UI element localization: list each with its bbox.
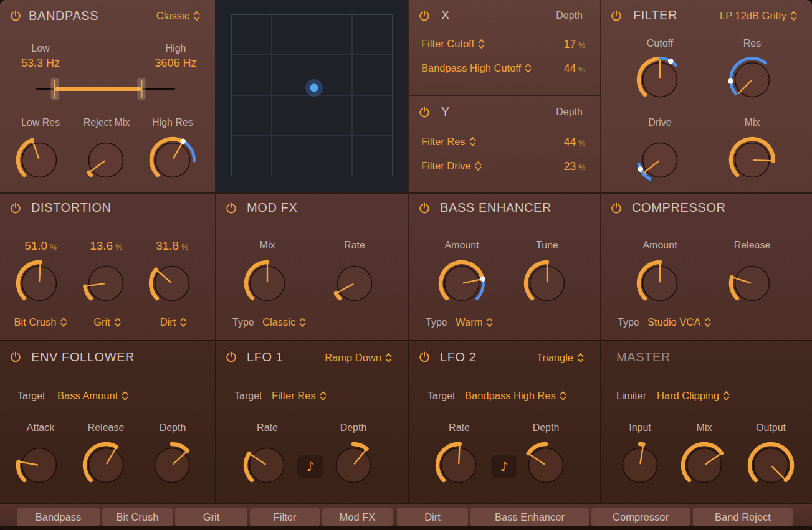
res-knob[interactable] [727,55,777,105]
env-attack-knob[interactable] [14,440,64,490]
reject-mix-knob[interactable] [81,135,131,185]
filter-mode-dropdown[interactable]: LP 12dB Gritty [720,10,797,22]
lfo1-sync-note-button[interactable]: ♪ [297,455,323,478]
dropdown-chevrons-icon [193,11,200,21]
env-release-knob[interactable] [81,440,131,490]
y-target-2-dropdown[interactable]: Filter Drive [421,160,482,172]
pad-band-reject[interactable]: Band Reject [693,508,793,526]
lfo2-rate-knob[interactable] [434,440,484,490]
xy-position-dot[interactable] [305,79,323,97]
bandpass-high-value[interactable]: 3606 Hz [155,57,196,70]
pad-bass-enhancer[interactable]: Bass Enhancer [470,508,589,526]
lfo1-target-dropdown[interactable]: Filter Res [272,390,327,402]
distortion-power-toggle[interactable] [10,202,21,214]
master-mix-knob[interactable] [679,440,729,490]
bit-crush-knob[interactable] [14,258,64,308]
cutoff-knob[interactable] [635,55,685,105]
distortion-type-1-dropdown[interactable]: Bit Crush [14,316,67,328]
lfo1-depth-knob[interactable] [328,440,378,490]
lfo2-depth-knob[interactable] [521,440,571,490]
dropdown-chevrons-icon [478,39,485,49]
pad-bandpass[interactable]: Bandpass [17,508,100,526]
x-depth-1[interactable]: 17 % [564,38,585,51]
pad-compressor[interactable]: Compressor [591,508,690,526]
lfo2-sync-note-button[interactable]: ♪ [491,455,517,478]
dropdown-chevrons-icon [60,317,67,328]
filter-title: FILTER [633,8,677,22]
grit-knob[interactable] [81,258,131,308]
env-power-toggle[interactable] [10,351,21,362]
distortion-type-1-value: Bit Crush [14,316,57,328]
pad-filter[interactable]: Filter [250,508,320,526]
y-target-1-dropdown[interactable]: Filter Res [421,136,476,148]
x-mod-power-toggle[interactable] [419,10,430,21]
lfo1-power-toggle[interactable] [226,351,237,362]
y-depth-1[interactable]: 44 % [564,136,585,149]
comp-amount-knob[interactable] [635,258,685,308]
pad-dirt[interactable]: Dirt [397,508,468,526]
modfx-power-toggle[interactable] [226,202,237,214]
modfx-type-dropdown[interactable]: Classic [262,316,306,328]
env-depth-knob[interactable] [147,440,197,490]
y-depth-2[interactable]: 23 % [564,160,585,173]
output-knob[interactable] [746,440,796,490]
lfo1-rate-knob[interactable] [242,440,292,490]
note-icon: ♪ [307,460,315,473]
x-depth-2[interactable]: 44 % [564,62,585,75]
bandpass-power-toggle[interactable] [10,10,21,21]
comp-release-knob[interactable] [727,258,777,308]
modfx-rate-knob[interactable] [330,258,380,308]
compressor-panel: COMPRESSOR Amount Release Type Studio VC… [600,192,812,340]
xy-pad[interactable] [231,14,393,176]
input-knob[interactable] [615,440,665,490]
filter-mode-value: LP 12dB Gritty [720,10,786,22]
output-label: Output [756,422,786,433]
lfo1-wave-dropdown[interactable]: Ramp Down [325,352,392,364]
dirt-knob[interactable] [147,258,197,308]
lfo1-depth-label: Depth [340,422,367,433]
bandpass-panel: BANDPASS Classic Low 53.3 Hz High 3606 H… [0,0,215,192]
lfo2-wave-value: Triangle [537,352,573,364]
lfo2-power-toggle[interactable] [419,351,430,362]
bass-amount-knob[interactable] [437,258,487,308]
pad-grit[interactable]: Grit [175,508,247,526]
limiter-value: Hard Clipping [657,390,719,402]
x-target-2-value: Bandpass High Cutoff [421,62,521,74]
bandpass-low-value[interactable]: 53.3 Hz [21,57,60,70]
comp-power-toggle[interactable] [611,202,622,214]
pad-bit-crush[interactable]: Bit Crush [102,508,173,526]
distortion-title: DISTORTION [31,201,112,215]
bandpass-title: BANDPASS [29,9,98,23]
bass-tune-knob[interactable] [522,258,572,308]
env-target-label: Target [17,390,45,402]
bandpass-mode-dropdown[interactable]: Classic [156,10,200,22]
distortion-type-2-dropdown[interactable]: Grit [93,316,121,328]
distortion-type-3-dropdown[interactable]: Dirt [160,316,187,328]
env-target-dropdown[interactable]: Bass Amount [57,390,128,402]
x-target-1-dropdown[interactable]: Filter Cutoff [421,38,485,50]
pad-mod-fx[interactable]: Mod FX [322,508,393,526]
env-depth-label: Depth [160,422,186,433]
filter-power-toggle[interactable] [611,10,622,21]
x-target-2-dropdown[interactable]: Bandpass High Cutoff [421,62,532,74]
bandpass-high-handle[interactable] [138,78,146,100]
comp-type-dropdown[interactable]: Studio VCA [647,316,711,328]
y-depth-header: Depth [556,106,583,118]
distortion-value-1[interactable]: 51.0 % [24,239,57,253]
modfx-mix-knob[interactable] [242,258,292,308]
bass-power-toggle[interactable] [419,202,430,214]
y-mod-power-toggle[interactable] [419,106,430,118]
lfo2-wave-dropdown[interactable]: Triangle [537,352,584,364]
high-res-knob[interactable] [148,135,198,185]
distortion-value-3[interactable]: 31.8 % [156,239,188,253]
y-depth-1-value: 44 [564,136,576,149]
drive-knob[interactable] [635,135,685,185]
bandpass-range-slider[interactable] [36,88,175,90]
filter-mix-knob[interactable] [727,135,777,185]
lfo2-target-dropdown[interactable]: Bandpass High Res [465,390,566,402]
bandpass-low-handle[interactable] [50,78,59,100]
bass-type-dropdown[interactable]: Warm [456,316,493,328]
low-res-knob[interactable] [14,135,64,185]
distortion-value-2[interactable]: 13.6 % [90,239,122,253]
limiter-dropdown[interactable]: Hard Clipping [657,390,730,402]
